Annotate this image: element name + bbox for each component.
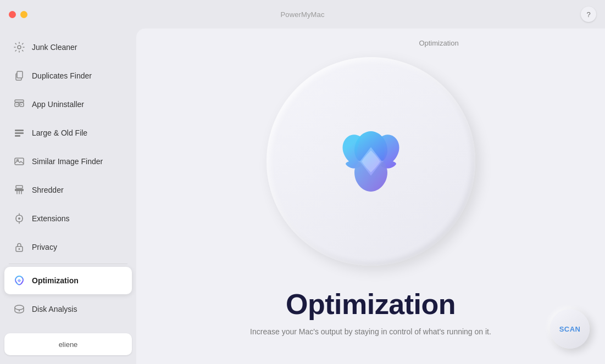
sidebar-label-junk-cleaner: Junk Cleaner [32, 43, 77, 52]
sidebar-label-similar-image-finder: Similar Image Finder [32, 157, 103, 166]
file-icon [13, 127, 25, 139]
svg-point-0 [18, 46, 21, 49]
sidebar-item-extensions[interactable]: Extensions [4, 205, 132, 232]
gear-icon [13, 41, 25, 53]
svg-point-13 [18, 217, 20, 220]
svg-rect-7 [15, 132, 24, 134]
sidebar-item-similar-image-finder[interactable]: Similar Image Finder [4, 148, 132, 175]
hero-circle [267, 57, 475, 266]
sidebar-label-app-uninstaller: App Uninstaller [32, 100, 84, 109]
shredder-icon [13, 184, 25, 196]
app-title: PowerMyMac [280, 10, 324, 19]
svg-rect-12 [16, 186, 23, 188]
sidebar-item-privacy[interactable]: Privacy [4, 233, 132, 261]
sidebar-item-junk-cleaner[interactable]: Junk Cleaner [4, 33, 132, 61]
sidebar-item-large-old-file[interactable]: Large & Old File [4, 119, 132, 147]
sidebar-label-privacy: Privacy [32, 243, 57, 251]
image-icon [13, 155, 25, 167]
sidebar-item-app-uninstaller[interactable]: App Uninstaller [4, 91, 132, 118]
help-button[interactable]: ? [581, 7, 596, 22]
scan-button[interactable]: SCAN [550, 309, 590, 349]
sidebar-label-extensions: Extensions [32, 214, 69, 223]
sidebar: Junk Cleaner Duplicates Finder App U [0, 29, 136, 364]
sidebar-label-optimization: Optimization [32, 276, 79, 285]
sidebar-item-shredder[interactable]: Shredder [4, 176, 132, 204]
sidebar-item-optimization[interactable]: Optimization [4, 267, 132, 294]
privacy-icon [13, 241, 25, 253]
svg-rect-6 [15, 130, 24, 131]
sidebar-item-duplicates-finder[interactable]: Duplicates Finder [4, 62, 132, 89]
page-title: Optimization [286, 288, 456, 321]
svg-rect-2 [17, 71, 23, 78]
svg-rect-8 [15, 135, 20, 137]
sidebar-label-shredder: Shredder [32, 186, 64, 194]
close-button[interactable] [9, 11, 16, 18]
sidebar-label-duplicates-finder: Duplicates Finder [32, 71, 92, 80]
content-area: Optimization [136, 29, 605, 364]
app-icon [13, 98, 25, 110]
disk-icon [13, 303, 25, 315]
svg-rect-16 [17, 278, 21, 282]
main-layout: Junk Cleaner Duplicates Finder App U [0, 29, 605, 364]
svg-rect-9 [15, 158, 24, 165]
svg-point-17 [15, 305, 24, 310]
optimization-logo [332, 123, 409, 200]
content-inner: Optimization Increase your Mac's output … [136, 29, 605, 364]
user-profile[interactable]: eliene [4, 333, 132, 355]
svg-point-15 [19, 248, 20, 250]
extensions-icon [13, 212, 25, 225]
traffic-lights [9, 11, 27, 18]
svg-point-18 [19, 310, 20, 311]
username: eliene [59, 340, 78, 349]
sidebar-item-disk-analysis[interactable]: Disk Analysis [4, 295, 132, 323]
sidebar-divider [9, 264, 127, 264]
sidebar-label-large-old-file: Large & Old File [32, 128, 87, 137]
duplicate-icon [13, 70, 25, 82]
optimization-icon [13, 275, 25, 287]
sidebar-label-disk-analysis: Disk Analysis [32, 305, 77, 313]
page-subtitle: Increase your Mac's output by staying in… [250, 327, 491, 336]
svg-rect-5 [15, 100, 24, 102]
title-bar: PowerMyMac ? [0, 0, 605, 29]
minimize-button[interactable] [20, 11, 27, 18]
